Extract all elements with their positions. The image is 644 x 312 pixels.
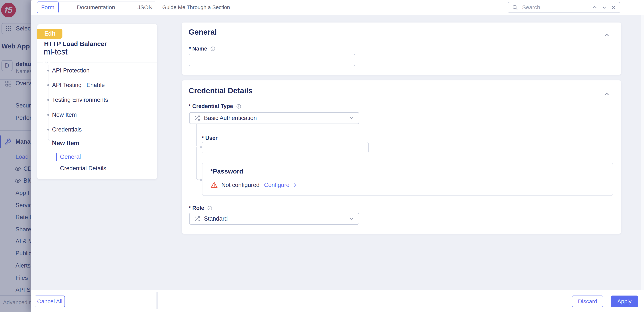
modal-footer: Cancel All Discard Apply: [31, 290, 644, 312]
chevron-down-icon: [349, 116, 354, 121]
search-prev-icon[interactable]: [592, 4, 598, 10]
tree-bullet: [47, 70, 49, 72]
shuffle-icon: [194, 115, 200, 121]
password-status-row: Not configured Configure: [210, 181, 298, 189]
object-type-title: HTTP Load Balancer: [44, 40, 107, 48]
modal-backdrop: [0, 0, 31, 312]
credential-type-label: * Credential Type: [188, 103, 242, 109]
credential-type-select[interactable]: Basic Authentication: [189, 112, 359, 124]
credential-type-value: Basic Authentication: [204, 115, 257, 122]
section-title: Credential Details: [188, 86, 252, 95]
field-label-text: * User: [202, 135, 218, 141]
search-input[interactable]: [522, 4, 584, 11]
tree-item-new-item-expanded[interactable]: New Item: [52, 139, 80, 147]
guide-me-link[interactable]: Guide Me Through a Section: [162, 0, 230, 15]
tree-bullet: [47, 84, 49, 86]
tree-item-testing-environments[interactable]: Testing Environments: [52, 96, 108, 104]
role-value: Standard: [204, 215, 228, 222]
field-label-text: * Name: [188, 46, 207, 52]
form-search: [508, 2, 620, 13]
chevron-right-icon: [292, 182, 298, 188]
chevron-down-icon[interactable]: [43, 60, 50, 65]
configure-password-link[interactable]: Configure: [264, 182, 298, 188]
modal-content: Edit HTTP Load Balancer ml-test API Prot…: [31, 15, 644, 290]
tree-bullet: [47, 114, 49, 116]
screen: f5 Select Web App D defaul Names Overv S…: [0, 0, 644, 312]
search-next-icon[interactable]: [602, 4, 607, 10]
chevron-down-icon: [349, 216, 354, 221]
footer-divider: [156, 292, 158, 309]
collapse-section-button[interactable]: [603, 31, 610, 39]
search-close-icon[interactable]: [611, 5, 616, 10]
info-icon[interactable]: [207, 206, 212, 211]
object-name: ml-test: [44, 47, 68, 56]
general-section: General * Name: [182, 22, 621, 75]
apply-button[interactable]: Apply: [611, 296, 638, 307]
info-icon[interactable]: [210, 46, 216, 52]
tree-bullet: [47, 99, 49, 101]
tree-item-api-testing[interactable]: API Testing : Enable: [52, 81, 105, 89]
view-tabs: Form Documentation JSON: [37, 2, 156, 13]
tab-json[interactable]: JSON: [134, 2, 156, 13]
password-label: *Password: [210, 168, 243, 175]
connector-dot: [200, 179, 202, 181]
tree-divider: [37, 62, 157, 62]
chevron-up-icon: [603, 91, 610, 98]
form-nav-panel: Edit HTTP Load Balancer ml-test API Prot…: [37, 24, 157, 179]
tree-item-general[interactable]: General: [60, 153, 81, 161]
scrollbar-track[interactable]: [641, 15, 644, 290]
tree-active-indicator: [56, 153, 57, 161]
edit-badge: Edit: [37, 29, 62, 38]
role-select[interactable]: Standard: [189, 213, 359, 224]
tree-item-new-item[interactable]: New Item: [52, 111, 77, 119]
collapse-section-button[interactable]: [603, 90, 610, 98]
credential-details-section: Credential Details * Credential Type Bas…: [182, 80, 621, 234]
search-divider: [588, 4, 588, 10]
role-field-label: * Role: [188, 205, 212, 211]
section-title: General: [188, 28, 217, 36]
modal-topbar: Form Documentation JSON Guide Me Through…: [31, 0, 644, 15]
info-icon[interactable]: [236, 104, 242, 109]
discard-button[interactable]: Discard: [572, 296, 603, 307]
tree-item-api-protection[interactable]: API Protection: [52, 66, 90, 75]
name-input[interactable]: [188, 54, 355, 66]
shuffle-icon: [194, 216, 200, 222]
search-icon: [512, 4, 518, 10]
field-connector-line: [196, 148, 201, 180]
tab-documentation[interactable]: Documentation: [58, 2, 134, 13]
tab-form[interactable]: Form: [37, 2, 59, 13]
tree-bullet: [47, 129, 49, 130]
editor-modal: Form Documentation JSON Guide Me Through…: [31, 0, 644, 312]
password-status-text: Not configured: [221, 182, 260, 188]
chevron-up-icon: [603, 32, 610, 38]
name-field-label: * Name: [188, 46, 216, 52]
password-subsection: *Password Not configured Configure: [202, 163, 613, 196]
warning-triangle-icon: [210, 181, 218, 189]
tree-item-credentials[interactable]: Credentials: [52, 126, 82, 134]
field-label-text: * Role: [188, 205, 204, 211]
tree-item-credential-details[interactable]: Credential Details: [60, 164, 106, 172]
field-connector-line: [196, 124, 201, 148]
configure-link-text: Configure: [264, 182, 290, 188]
user-field-label: * User: [202, 135, 218, 141]
user-input[interactable]: [202, 142, 368, 153]
cancel-all-button[interactable]: Cancel All: [34, 296, 65, 307]
field-label-text: * Credential Type: [188, 103, 233, 109]
